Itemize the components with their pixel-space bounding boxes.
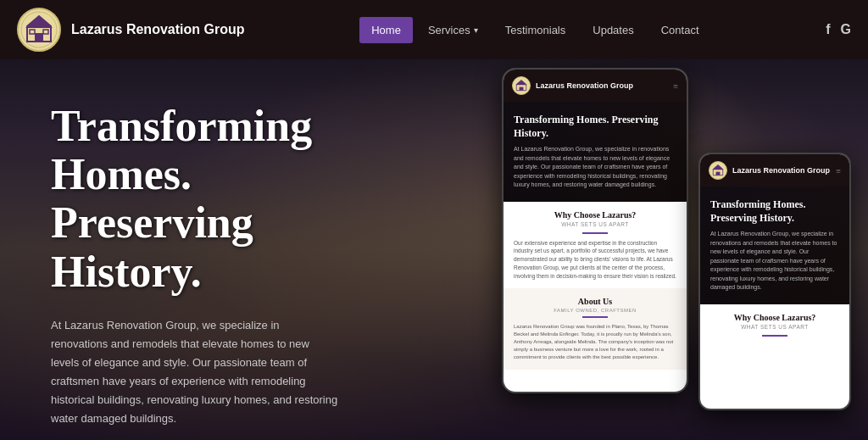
- phone-mockup-short: Lazarus Renovation Group ≡ Transforming …: [698, 153, 851, 410]
- svg-rect-9: [520, 87, 524, 91]
- phone-tall-why-divider: [582, 232, 608, 234]
- phone-logo: [512, 76, 531, 95]
- phone-short-content: Lazarus Renovation Group ≡ Transforming …: [700, 154, 849, 409]
- nav-item-contact[interactable]: Contact: [649, 17, 711, 43]
- phone-tall-brand: Lazarus Renovation Group: [536, 81, 668, 90]
- hero-section: TransformingHomes.PreservingHistory. At …: [0, 59, 868, 440]
- brand-name: Lazarus Renovation Group: [71, 22, 244, 37]
- social-icons: f G: [826, 22, 851, 37]
- hamburger-icon: ≡: [673, 81, 678, 91]
- phone-tall-hero-title: Transforming Homes. Preserving History.: [514, 114, 676, 140]
- svg-rect-13: [716, 172, 721, 175]
- phone-short-why-section: Why Choose Lazarus? WHAT SETS US APART: [700, 304, 849, 350]
- chevron-down-icon: ▾: [474, 25, 478, 35]
- facebook-icon[interactable]: f: [826, 22, 830, 37]
- nav-item-testimonials[interactable]: Testimonials: [493, 17, 578, 43]
- phone-tall-hero-text: At Lazarus Renovation Group, we speciali…: [514, 145, 676, 190]
- phone-tall-content: Lazarus Renovation Group ≡ Transforming …: [504, 70, 687, 392]
- logo-circle: [17, 8, 61, 52]
- google-icon[interactable]: G: [841, 22, 851, 37]
- phone-tall-about-text: Lazarus Renovation Group was founded in …: [514, 323, 676, 361]
- nav-item-services[interactable]: Services ▾: [416, 17, 490, 43]
- phone-short-hero: Transforming Homes. Preserving History. …: [700, 187, 849, 304]
- main-nav: Home Services ▾ Testimonials Updates Con…: [359, 17, 710, 43]
- phone-short-why-divider: [762, 335, 787, 337]
- logo-area: Lazarus Renovation Group: [17, 8, 244, 52]
- phone-short-menu-icon: ≡: [836, 166, 841, 175]
- phone-tall-why-text: Our extensive experience and expertise i…: [514, 239, 676, 281]
- phone-mockup-tall: Lazarus Renovation Group ≡ Transforming …: [502, 68, 688, 393]
- phone-short-why-title: Why Choose Lazarus?: [710, 313, 839, 322]
- nav-item-updates[interactable]: Updates: [581, 17, 645, 43]
- phone-tall-about-title: About Us: [514, 297, 676, 306]
- phone-tall-why-section: Why Choose Lazarus? WHAT SETS US APART O…: [504, 202, 687, 289]
- phone-tall-hero: Transforming Homes. Preserving History. …: [504, 102, 687, 202]
- hero-body-text: At Lazarus Renovation Group, we speciali…: [51, 316, 339, 429]
- phone-tall-about-section: About Us FAMILY OWNED, CRAFTSMEN Lazarus…: [504, 288, 687, 370]
- phone-mockups: Lazarus Renovation Group ≡ Transforming …: [502, 68, 851, 410]
- phone-short-logo: [709, 161, 727, 180]
- phone-tall-why-title: Why Choose Lazarus?: [514, 210, 676, 220]
- svg-rect-3: [35, 33, 43, 42]
- nav-item-home[interactable]: Home: [359, 17, 413, 43]
- phone-short-hero-title: Transforming Homes. Preserving History.: [710, 198, 839, 225]
- phone-short-header: Lazarus Renovation Group ≡: [700, 154, 849, 187]
- phone-short-hero-text: At Lazarus Renovation Group, we speciali…: [710, 230, 839, 292]
- phone-short-why-sub: WHAT SETS US APART: [710, 324, 839, 330]
- phone-tall-why-sub: WHAT SETS US APART: [514, 221, 676, 227]
- site-header: Lazarus Renovation Group Home Services ▾…: [0, 0, 868, 59]
- phone-tall-header: Lazarus Renovation Group ≡: [504, 70, 687, 102]
- hero-content: TransformingHomes.PreservingHistory. At …: [51, 102, 339, 428]
- phone-tall-about-sub: FAMILY OWNED, CRAFTSMEN: [514, 308, 676, 313]
- hero-title: TransformingHomes.PreservingHistory.: [51, 102, 339, 296]
- phone-short-brand: Lazarus Renovation Group: [732, 166, 831, 175]
- phone-tall-about-divider: [582, 316, 608, 318]
